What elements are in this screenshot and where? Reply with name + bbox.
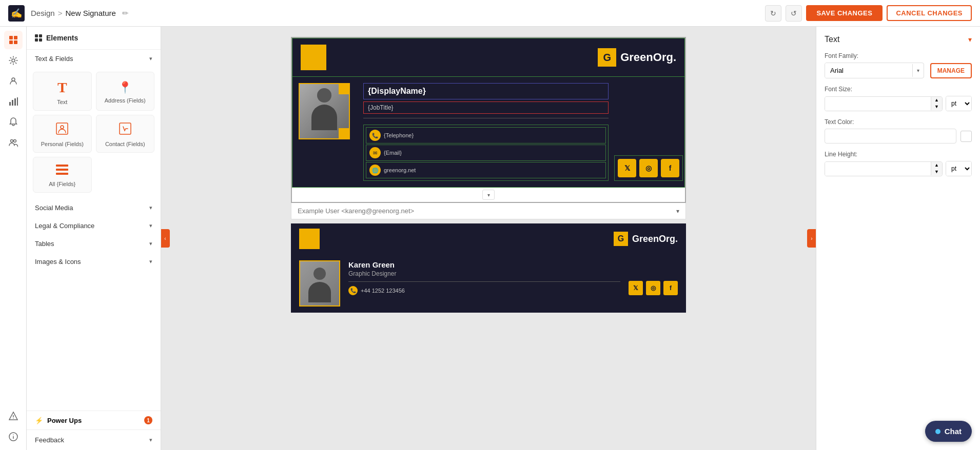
font-family-label: Font Family:: [825, 52, 972, 59]
svg-point-4: [12, 59, 15, 62]
cancel-changes-button[interactable]: CANCEL CHANGES: [887, 5, 972, 21]
color-swatch[interactable]: [961, 131, 972, 142]
preview-job: Graphic Designer: [348, 270, 620, 277]
elements-grid: T Text 📍 Address (Fields) Personal (Fiel…: [27, 68, 161, 199]
social-media-label: Social Media: [35, 204, 73, 212]
sig-photo-area[interactable]: [292, 77, 359, 187]
edit-title-icon[interactable]: ✏: [122, 9, 129, 18]
breadcrumb-separator: >: [58, 9, 63, 17]
preview-photo: [299, 260, 340, 306]
font-family-group: Font Family: Arial Georgia Verdana Times…: [825, 52, 972, 78]
breadcrumb-design[interactable]: Design: [31, 9, 55, 17]
text-fields-section-header[interactable]: Text & Fields ▾: [27, 50, 161, 68]
line-height-down[interactable]: ▼: [931, 169, 942, 175]
icon-sidebar: [0, 27, 27, 450]
line-height-input[interactable]: normal: [825, 162, 931, 176]
svg-rect-0: [9, 36, 13, 39]
sig-website-row[interactable]: 🌐 greenorg.net: [366, 162, 606, 178]
all-fields-icon: [56, 165, 68, 178]
preview-phone-item: 📞 +44 1252 123456: [348, 286, 620, 295]
signature-editor[interactable]: G GreenOrg.: [291, 37, 686, 203]
sig-banner-row: G GreenOrg.: [292, 38, 685, 77]
preview-logo: G GreenOrg.: [614, 232, 678, 246]
all-fields-element[interactable]: All {Fields}: [33, 157, 92, 193]
sig-telephone-row[interactable]: 📞 {Telephone}: [366, 127, 606, 144]
panel-collapse-right[interactable]: ›: [807, 229, 816, 248]
preview-email-input[interactable]: [298, 207, 672, 215]
font-size-input-wrapper: 9 ▲ ▼: [825, 96, 943, 111]
text-element[interactable]: T Text: [33, 72, 92, 111]
sig-email-row[interactable]: ✉ {Email}: [366, 145, 606, 161]
sidebar-item-design[interactable]: [4, 31, 23, 49]
address-element[interactable]: 📍 Address (Fields): [96, 72, 155, 111]
app-logo: ✍: [8, 5, 25, 22]
font-size-down[interactable]: ▼: [931, 104, 942, 110]
line-height-up[interactable]: ▲: [931, 162, 942, 169]
sig-display-name[interactable]: {DisplayName}: [363, 83, 609, 99]
sig-info-row: {DisplayName} {JobTitle} 📞 {Telephone} ✉…: [292, 77, 685, 188]
svg-rect-2: [9, 40, 13, 44]
images-section-header[interactable]: Images & Icons ▾: [27, 253, 161, 271]
sidebar-item-users[interactable]: [4, 72, 23, 90]
sig-email: {Email}: [384, 150, 402, 156]
sig-telephone: {Telephone}: [384, 132, 414, 138]
preview-phone: +44 1252 123456: [361, 288, 405, 294]
sig-job-title[interactable]: {JobTitle}: [363, 101, 609, 114]
font-family-select[interactable]: Arial Georgia Verdana Times New Roman: [825, 63, 912, 78]
social-media-section-header[interactable]: Social Media ▾: [27, 199, 161, 217]
feedback-header[interactable]: Feedback ▾: [35, 436, 152, 444]
panel-collapse-left[interactable]: ‹: [161, 229, 170, 248]
svg-point-11: [13, 140, 16, 142]
tables-section-header[interactable]: Tables ▾: [27, 235, 161, 253]
svg-rect-9: [17, 97, 18, 106]
images-chevron: ▾: [149, 258, 152, 265]
legal-chevron: ▾: [149, 222, 152, 229]
save-changes-button[interactable]: SAVE CHANGES: [806, 5, 883, 21]
expand-arrow[interactable]: ▾: [482, 190, 495, 200]
power-ups-header[interactable]: ⚡ Power Ups 1: [27, 411, 161, 429]
sig-logo-box: G: [598, 48, 616, 67]
line-height-unit-select[interactable]: pt px em: [946, 161, 971, 176]
breadcrumb: Design > New Signature ✏: [31, 9, 129, 18]
address-element-label: Address (Fields): [105, 97, 146, 104]
chat-button[interactable]: Chat: [925, 421, 972, 442]
text-color-input[interactable]: #ffffff: [830, 132, 951, 140]
right-panel-title-text: Text: [825, 35, 839, 44]
font-size-unit-select[interactable]: pt px em: [946, 96, 971, 111]
font-size-input[interactable]: 9: [825, 97, 931, 111]
sidebar-item-analytics[interactable]: [4, 92, 23, 111]
preview-details: Karen Green Graphic Designer 📞 +44 1252 …: [348, 260, 620, 297]
text-color-group: Text Color: #ffffff: [825, 118, 972, 144]
right-panel-chevron[interactable]: ▾: [968, 35, 972, 44]
legal-section-header[interactable]: Legal & Compliance ▾: [27, 217, 161, 235]
right-panel: Text ▾ Font Family: Arial Georgia Verdan…: [816, 27, 980, 450]
undo-button[interactable]: ↻: [765, 5, 781, 22]
manage-fonts-button[interactable]: MANAGE: [930, 63, 972, 78]
sidebar-item-team[interactable]: [4, 133, 23, 152]
svg-rect-6: [9, 102, 11, 106]
topbar-actions: ↻ ↺ SAVE CHANGES CANCEL CHANGES: [765, 5, 972, 22]
sidebar-item-info[interactable]: [4, 427, 23, 446]
contact-element[interactable]: Contact (Fields): [96, 115, 155, 153]
breadcrumb-current: New Signature: [65, 9, 115, 17]
sidebar-item-alert[interactable]: [4, 407, 23, 425]
person-body: [311, 105, 337, 130]
redo-button[interactable]: ↺: [786, 5, 802, 22]
elements-title: Elements: [46, 34, 78, 42]
instagram-icon[interactable]: ◎: [639, 159, 658, 177]
sig-details: {DisplayName} {JobTitle} 📞 {Telephone} ✉…: [359, 77, 613, 187]
preview-twitter-icon: 𝕏: [629, 281, 643, 295]
personal-element[interactable]: Personal (Fields): [33, 115, 92, 153]
font-size-up[interactable]: ▲: [931, 97, 942, 104]
sig-logo-text: GreenOrg.: [620, 51, 676, 64]
facebook-icon[interactable]: f: [661, 159, 679, 177]
line-height-row: normal ▲ ▼ pt px em: [825, 161, 972, 176]
preview-chevron[interactable]: ▾: [676, 208, 679, 215]
feedback-label: Feedback: [35, 436, 64, 444]
legal-label: Legal & Compliance: [35, 222, 94, 230]
sidebar-item-settings[interactable]: [4, 51, 23, 70]
svg-point-10: [10, 140, 13, 142]
sidebar-item-notifications[interactable]: [4, 113, 23, 131]
twitter-icon[interactable]: 𝕏: [618, 159, 636, 177]
font-size-spinners: ▲ ▼: [931, 97, 942, 110]
